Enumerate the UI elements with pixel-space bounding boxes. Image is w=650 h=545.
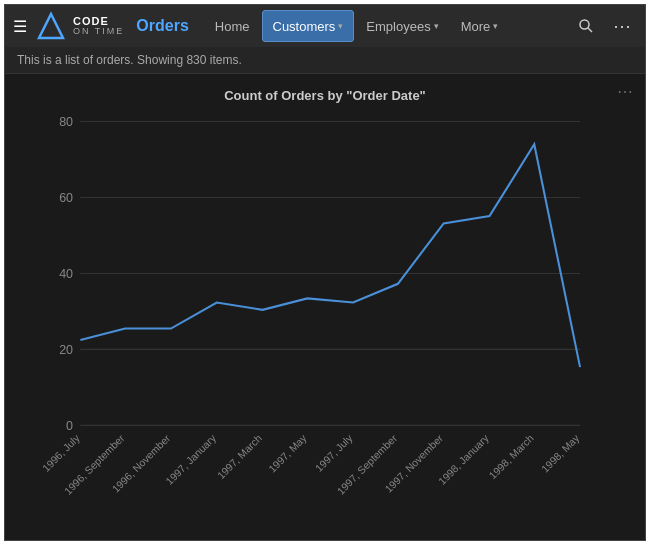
navbar-icons: ⋯ bbox=[571, 11, 637, 41]
employees-caret: ▾ bbox=[434, 21, 439, 31]
outer-border: ☰ CODE ON TIME Orders Home bbox=[0, 0, 650, 545]
search-icon bbox=[578, 18, 594, 34]
logo-text: CODE ON TIME bbox=[73, 16, 124, 36]
overflow-icon: ⋯ bbox=[613, 15, 632, 37]
svg-marker-0 bbox=[39, 14, 63, 38]
chart-svg: .grid-line { stroke: #333; stroke-width:… bbox=[15, 111, 635, 517]
x-label-11: 1998, May bbox=[539, 432, 582, 475]
chart-options-button[interactable]: ⋯ bbox=[617, 82, 635, 101]
nav-menu: Home Customers ▾ Employees ▾ More ▾ bbox=[205, 10, 571, 42]
logo: CODE ON TIME bbox=[35, 10, 124, 42]
y-label-0: 0 bbox=[66, 419, 73, 433]
x-label-5: 1997, May bbox=[267, 432, 310, 475]
x-label-4: 1997, March bbox=[215, 432, 264, 481]
nav-item-more[interactable]: More ▾ bbox=[451, 10, 509, 42]
chart-container: ⋯ Count of Orders by "Order Date" .grid-… bbox=[5, 74, 645, 540]
overflow-menu-button[interactable]: ⋯ bbox=[607, 11, 637, 41]
x-label-0: 1996, July bbox=[40, 432, 82, 474]
navbar: ☰ CODE ON TIME Orders Home bbox=[5, 5, 645, 47]
y-label-20: 20 bbox=[59, 343, 73, 357]
x-label-10: 1998, March bbox=[487, 432, 536, 481]
nav-item-employees[interactable]: Employees ▾ bbox=[356, 10, 448, 42]
chart-area: .grid-line { stroke: #333; stroke-width:… bbox=[15, 111, 635, 517]
y-label-60: 60 bbox=[59, 191, 73, 205]
search-button[interactable] bbox=[571, 11, 601, 41]
svg-point-2 bbox=[580, 20, 589, 29]
subtitle-bar: This is a list of orders. Showing 830 it… bbox=[5, 47, 645, 74]
app-window: ☰ CODE ON TIME Orders Home bbox=[4, 4, 646, 541]
logo-icon bbox=[35, 10, 67, 42]
x-label-6: 1997, July bbox=[313, 432, 355, 474]
chart-title: Count of Orders by "Order Date" bbox=[15, 88, 635, 103]
nav-item-customers[interactable]: Customers ▾ bbox=[262, 10, 355, 42]
y-label-40: 40 bbox=[59, 267, 73, 281]
more-caret: ▾ bbox=[493, 21, 498, 31]
chart-line bbox=[80, 144, 580, 367]
customers-caret: ▾ bbox=[338, 21, 343, 31]
y-label-80: 80 bbox=[59, 115, 73, 129]
svg-line-3 bbox=[588, 28, 592, 32]
subtitle-text: This is a list of orders. Showing 830 it… bbox=[17, 53, 242, 67]
brand-title: Orders bbox=[136, 17, 188, 35]
hamburger-icon[interactable]: ☰ bbox=[13, 17, 27, 36]
nav-item-home[interactable]: Home bbox=[205, 10, 260, 42]
